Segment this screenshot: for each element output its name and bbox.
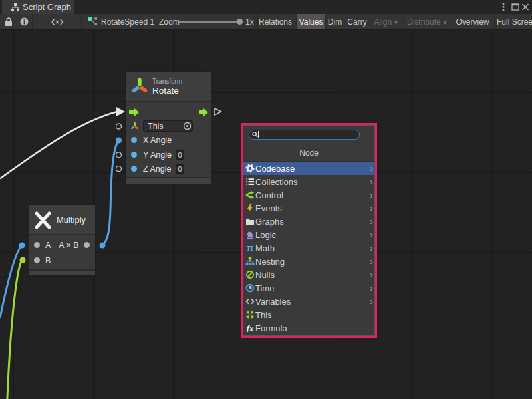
svg-text:fx: fx — [247, 324, 253, 333]
svg-text:π: π — [247, 243, 254, 253]
